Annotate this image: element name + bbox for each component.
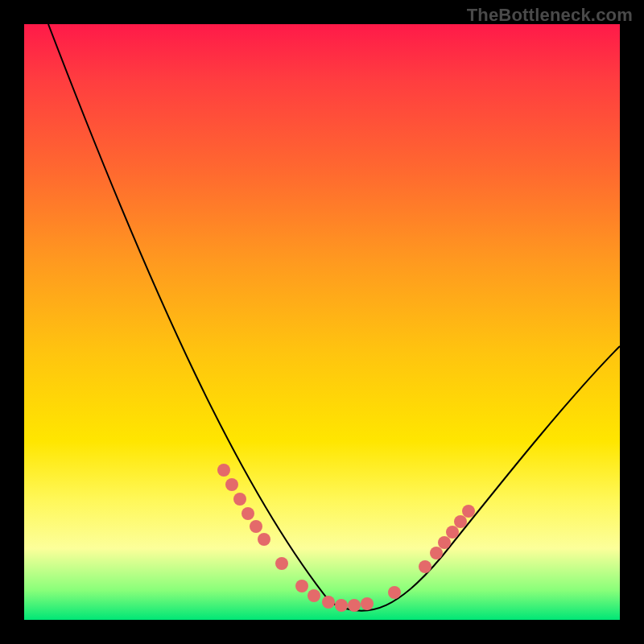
highlight-dot <box>275 557 288 570</box>
highlight-dot <box>446 526 459 539</box>
highlight-dot <box>462 505 475 518</box>
highlight-dot <box>388 586 401 599</box>
bottleneck-curve <box>48 24 620 611</box>
highlight-dot <box>322 596 335 609</box>
highlight-dot <box>438 536 451 549</box>
chart-plot-area <box>24 24 620 620</box>
highlight-dot <box>361 597 374 610</box>
highlight-dot <box>242 507 254 520</box>
highlight-dot <box>454 515 467 528</box>
highlight-dot <box>250 520 262 533</box>
highlight-dot <box>430 547 443 559</box>
highlight-dot <box>217 464 230 477</box>
highlight-dot <box>335 599 348 612</box>
highlight-dots-group <box>217 464 475 612</box>
highlight-dot <box>308 589 320 602</box>
watermark-text: TheBottleneck.com <box>467 5 633 26</box>
highlight-dot <box>348 599 361 612</box>
highlight-dot <box>419 560 431 573</box>
highlight-dot <box>233 493 246 506</box>
highlight-dot <box>225 478 238 491</box>
chart-svg <box>24 24 620 620</box>
highlight-dot <box>295 580 308 592</box>
highlight-dot <box>258 533 270 546</box>
